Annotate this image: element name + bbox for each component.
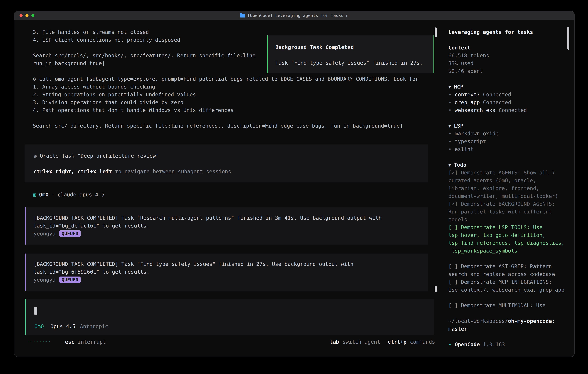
window-title-group: [OpenCode] Leveraging agents for tasks ◐ bbox=[240, 13, 348, 18]
esc-key-hint: esc bbox=[65, 339, 74, 345]
todo-line: [ ] Demonstrate MCP INTEGRATIONS: bbox=[448, 278, 567, 286]
window-title: [OpenCode] Leveraging agents for tasks bbox=[247, 13, 343, 18]
main-scrollbar-thumb[interactable] bbox=[435, 286, 437, 292]
agent-header: ▣ OmO · claude-opus-4-5 bbox=[33, 191, 105, 198]
todo-line: models bbox=[448, 216, 567, 223]
todo-line: [✓] Demonstrate BACKGROUND AGENTS: bbox=[448, 200, 567, 208]
text-cursor bbox=[34, 307, 37, 315]
context-used: 33% used bbox=[448, 59, 567, 67]
todo-line: [✓] Demonstrate AGENTS: Show all 7 bbox=[448, 169, 567, 177]
tool-call-text: call_omo_agent [subagent_type=explore, p… bbox=[39, 76, 419, 82]
agent-square-icon: ▣ bbox=[33, 192, 36, 197]
oracle-dot-icon: ◉ bbox=[33, 153, 40, 159]
input-agent-label: OmO bbox=[34, 323, 44, 329]
workspace-path-prefix: ~/local-workspaces/ bbox=[448, 318, 508, 324]
message-author: yeongyu bbox=[33, 277, 56, 283]
bullet-icon: • bbox=[448, 342, 452, 347]
close-button[interactable] bbox=[20, 14, 22, 17]
oracle-hint-rest: to navigate between subagent sessions bbox=[112, 168, 231, 174]
zoom-button[interactable] bbox=[32, 14, 34, 17]
workspace-repo: oh-my-opencode: bbox=[508, 318, 555, 324]
todo-line: curated agents (OmO, oracle, bbox=[448, 177, 567, 184]
mcp-heading-row: ▼MCP bbox=[448, 83, 567, 91]
sidebar-scrollbar-thumb[interactable] bbox=[567, 27, 569, 50]
collapse-arrow-icon: ▼ bbox=[448, 84, 451, 90]
todo-line: document-writer, multimodal-looker) bbox=[448, 192, 567, 200]
main-scrollbar-thumb[interactable] bbox=[435, 28, 437, 37]
bullet-icon: • bbox=[448, 92, 452, 97]
transcript-line: 3. File handles or streams not closed bbox=[33, 28, 432, 36]
context-heading: Context bbox=[448, 44, 567, 52]
todo-line: [ ] Demonstrate LSP TOOLS: Use bbox=[448, 223, 567, 231]
todo-line: lsp_hover, lsp_goto_definition, bbox=[448, 231, 567, 239]
agent-separator: · bbox=[52, 192, 55, 197]
lsp-item: •markdown-oxide bbox=[448, 130, 567, 137]
todo-heading-row: ▼Todo bbox=[448, 161, 567, 169]
background-task-toast: Background Task Completed Task "Find typ… bbox=[267, 35, 434, 73]
todo-line: [ ] Demonstrate AST-GREP: Pattern bbox=[448, 262, 567, 270]
collapse-arrow-icon: ▼ bbox=[448, 163, 451, 168]
traffic-lights bbox=[20, 14, 34, 17]
oracle-task-panel: ◉ Oracle Task "Deep architecture review"… bbox=[25, 145, 428, 182]
input-provider-label: Anthropic bbox=[80, 323, 108, 329]
lsp-item: •eslint bbox=[448, 145, 567, 153]
todo-line: [ ] Demonstrate MULTIMODAL: Use bbox=[448, 301, 567, 309]
message-meta: yeongyu QUEUED bbox=[33, 230, 428, 238]
toast-body: Task "Find type safety issues" finished … bbox=[275, 59, 433, 67]
spinner-dots: ········ bbox=[27, 339, 51, 344]
message-author: yeongyu bbox=[33, 231, 56, 237]
toast-blank bbox=[275, 51, 433, 59]
lsp-name: eslint bbox=[455, 146, 473, 152]
statusbar-right: tab switch agent ctrl+p commands bbox=[330, 338, 435, 346]
oracle-title-line: ◉ Oracle Task "Deep architecture review" bbox=[33, 152, 428, 160]
prompt-input[interactable]: OmO Opus 4.5 Anthropic bbox=[25, 299, 434, 335]
bullet-icon: • bbox=[448, 99, 452, 105]
oracle-title: Oracle Task "Deep architecture review" bbox=[40, 153, 159, 159]
transcript-line: 1. Array access without bounds checking bbox=[33, 83, 432, 91]
app-name: OpenCode bbox=[455, 342, 480, 347]
input-model-label: Opus 4.5 bbox=[50, 323, 75, 329]
ctrlp-key-hint: ctrl+p bbox=[388, 339, 407, 345]
todo-heading: Todo bbox=[454, 162, 466, 168]
todo-line: Use context7, websearch_exa, grep_app bbox=[448, 286, 567, 294]
mcp-item: •websearch_exaConnected bbox=[448, 106, 567, 114]
oracle-hint-keys: ctrl+x right, ctrl+x left bbox=[33, 168, 112, 174]
collapse-arrow-icon: ▼ bbox=[448, 124, 451, 129]
bullet-icon: • bbox=[448, 146, 452, 152]
message-line: task_id="bg_6f59260c" to get results. bbox=[33, 268, 428, 276]
mcp-name: websearch_exa bbox=[455, 107, 495, 113]
transcript-line: 4. Path operations that don't handle Win… bbox=[33, 106, 432, 114]
message-line: [BACKGROUND TASK COMPLETED] Task "Find t… bbox=[33, 260, 428, 268]
transcript-line: Search src/ directory. Return specific f… bbox=[33, 122, 432, 130]
sidebar: Leveraging agents for tasks Context 66,5… bbox=[448, 28, 567, 348]
oracle-hint-line: ctrl+x right, ctrl+x left to navigate be… bbox=[33, 168, 428, 176]
transcript-blank bbox=[33, 114, 432, 122]
session-progress-icon: ◐ bbox=[346, 13, 348, 18]
message-line: [BACKGROUND TASK COMPLETED] Task "Resear… bbox=[33, 214, 428, 222]
todo-line: librarian, explore, frontend, bbox=[448, 184, 567, 192]
minimize-button[interactable] bbox=[25, 14, 29, 17]
input-model-row: OmO Opus 4.5 Anthropic bbox=[34, 322, 108, 330]
terminal-window: [OpenCode] Leveraging agents for tasks ◐… bbox=[14, 11, 575, 357]
todo-line: Run parallel tasks with different bbox=[448, 208, 567, 216]
transcript-line: 2. String operations on potentially unde… bbox=[33, 91, 432, 98]
ctrlp-key-label: commands bbox=[410, 339, 435, 345]
tool-call-line: ⚙ call_omo_agent [subagent_type=explore,… bbox=[33, 75, 432, 83]
mcp-status: Connected bbox=[483, 92, 511, 97]
app-version: 1.0.163 bbox=[483, 342, 505, 347]
context-spent: $0.46 spent bbox=[448, 67, 567, 75]
message-block: [BACKGROUND TASK COMPLETED] Task "Find t… bbox=[25, 254, 428, 291]
toast-title: Background Task Completed bbox=[275, 43, 433, 51]
todo-line: lsp_workspace_symbols bbox=[448, 247, 567, 255]
oracle-blank bbox=[33, 160, 428, 168]
tab-key-hint: tab bbox=[330, 339, 339, 345]
status-badge: QUEUED bbox=[59, 230, 81, 237]
workspace-path-row: ~/local-workspaces/oh-my-opencode: bbox=[448, 317, 567, 325]
lsp-item: •typescript bbox=[448, 137, 567, 145]
workspace-branch: master bbox=[448, 325, 567, 333]
message-line: task_id="bg_dcfac161" to get results. bbox=[33, 222, 428, 230]
lsp-heading-row: ▼LSP bbox=[448, 122, 567, 130]
agent-model: claude-opus-4-5 bbox=[57, 192, 105, 197]
transcript-line: 3. Division operations that could divide… bbox=[33, 98, 432, 106]
lsp-heading: LSP bbox=[454, 123, 463, 129]
